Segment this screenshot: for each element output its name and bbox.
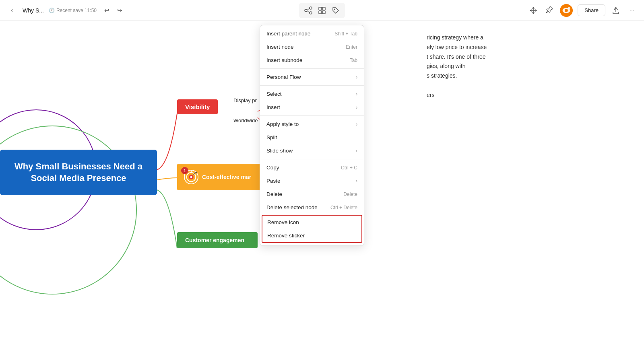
pin-icon[interactable] bbox=[544, 5, 555, 16]
topbar-left: ‹ Why S... 🕐 Recent save 11:50 ↩ ↪ bbox=[6, 5, 528, 16]
toolbar-center bbox=[299, 3, 345, 18]
svg-line-3 bbox=[307, 8, 310, 10]
menu-item-personal-flow[interactable]: Personal Flow› bbox=[260, 70, 364, 84]
customer-node[interactable]: Customer engagemen bbox=[177, 232, 258, 248]
worldwide-node[interactable]: Worldwide bbox=[233, 117, 258, 124]
share-button[interactable]: Share bbox=[578, 4, 605, 16]
tag-icon[interactable] bbox=[330, 4, 342, 16]
svg-rect-7 bbox=[319, 11, 322, 14]
menu-divider bbox=[260, 159, 364, 159]
svg-point-12 bbox=[565, 9, 568, 12]
panel-text: ricing strategy where a ely low price to… bbox=[427, 33, 628, 100]
topbar: ‹ Why S... 🕐 Recent save 11:50 ↩ ↪ bbox=[0, 0, 644, 21]
topbar-right: Share ··· bbox=[528, 4, 638, 17]
menu-item-delete[interactable]: DeleteDelete bbox=[260, 187, 364, 201]
root-node[interactable]: Why Small Businesses Need a Social Media… bbox=[0, 150, 157, 195]
back-button[interactable]: ‹ bbox=[6, 5, 18, 16]
canvas: Why Small Businesses Need a Social Media… bbox=[0, 21, 644, 346]
undo-button[interactable]: ↩ bbox=[101, 5, 113, 16]
svg-point-17 bbox=[190, 176, 192, 178]
svg-rect-5 bbox=[319, 7, 322, 10]
menu-item-insert-subnode[interactable]: Insert subnodeTab bbox=[260, 54, 364, 67]
more-button[interactable]: ··· bbox=[626, 5, 638, 16]
menu-item-delete-selected[interactable]: Delete selected nodeCtrl + Delete bbox=[260, 201, 364, 214]
redo-button[interactable]: ↪ bbox=[114, 5, 126, 16]
menu-item-remove-icon[interactable]: Remove icon bbox=[262, 216, 361, 229]
menu-item-insert[interactable]: Insert› bbox=[260, 101, 364, 114]
highlighted-section: Remove iconRemove sticker bbox=[262, 215, 362, 243]
menu-item-slide-show[interactable]: Slide show› bbox=[260, 144, 364, 157]
svg-line-4 bbox=[307, 11, 310, 12]
toolbar-group bbox=[299, 3, 345, 18]
svg-point-1 bbox=[310, 7, 312, 9]
cost-node[interactable]: 1 Cost-effective mar bbox=[177, 164, 262, 190]
svg-point-0 bbox=[305, 9, 307, 12]
layout-icon[interactable] bbox=[316, 4, 328, 16]
menu-item-split[interactable]: Split bbox=[260, 131, 364, 144]
save-status: 🕐 Recent save 11:50 bbox=[49, 8, 97, 13]
menu-item-remove-sticker[interactable]: Remove sticker bbox=[262, 229, 361, 242]
menu-item-insert-parent[interactable]: Insert parent nodeShift + Tab bbox=[260, 27, 364, 40]
move-icon[interactable] bbox=[528, 5, 539, 16]
cost-badge: 1 bbox=[181, 167, 188, 174]
app-logo bbox=[560, 4, 573, 17]
menu-divider bbox=[260, 115, 364, 116]
display-pr-node[interactable]: Display pr bbox=[233, 97, 257, 103]
menu-item-apply-style[interactable]: Apply style to› bbox=[260, 117, 364, 131]
svg-point-2 bbox=[310, 12, 312, 14]
side-panel: ricing strategy where a ely low price to… bbox=[411, 21, 644, 346]
menu-item-insert-node[interactable]: Insert nodeEnter bbox=[260, 40, 364, 54]
menu-divider bbox=[260, 85, 364, 86]
menu-divider bbox=[260, 68, 364, 69]
undo-redo-group: ↩ ↪ bbox=[101, 5, 126, 16]
svg-rect-8 bbox=[322, 11, 325, 14]
svg-point-13 bbox=[568, 7, 570, 9]
svg-rect-6 bbox=[322, 7, 325, 10]
document-title: Why S... bbox=[23, 7, 44, 14]
menu-item-select[interactable]: Select› bbox=[260, 87, 364, 101]
visibility-node[interactable]: Visibility bbox=[177, 99, 218, 114]
export-button[interactable] bbox=[610, 5, 621, 16]
menu-item-paste[interactable]: Paste› bbox=[260, 174, 364, 187]
connect-mode-icon[interactable] bbox=[302, 4, 314, 16]
save-status-icon: 🕐 bbox=[49, 8, 55, 13]
svg-point-9 bbox=[334, 8, 335, 10]
target-icon: 1 bbox=[184, 169, 199, 185]
menu-item-copy[interactable]: CopyCtrl + C bbox=[260, 161, 364, 174]
context-menu: Insert parent nodeShift + TabInsert node… bbox=[260, 25, 364, 246]
